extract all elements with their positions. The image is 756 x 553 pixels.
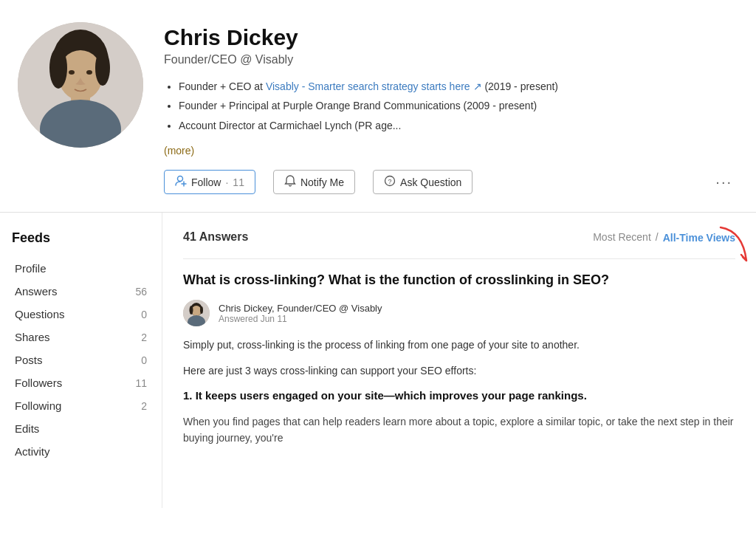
sidebar-link-answers[interactable]: Answers 56 bbox=[12, 281, 150, 302]
svg-point-6 bbox=[95, 50, 110, 86]
answer-card: What is cross-linking? What is the funct… bbox=[183, 258, 735, 446]
action-bar: Follow · 11 Notify Me bbox=[164, 170, 738, 194]
profile-bullets: Founder + CEO at Visably - Smarter searc… bbox=[164, 78, 738, 134]
sidebar-link-questions[interactable]: Questions 0 bbox=[12, 303, 150, 325]
bullet-3: Account Director at Carmichael Lynch (PR… bbox=[179, 117, 738, 134]
sidebar-link-posts[interactable]: Posts 0 bbox=[12, 349, 150, 371]
sidebar-count-followers: 11 bbox=[135, 377, 147, 389]
ask-label: Ask Question bbox=[400, 176, 461, 188]
svg-point-5 bbox=[49, 47, 67, 89]
sidebar-label-followers: Followers bbox=[15, 377, 62, 389]
notify-label: Notify Me bbox=[300, 176, 344, 188]
profile-name: Chris Dickey bbox=[164, 25, 738, 50]
answer-meta: Chris Dickey, Founder/CEO @ Visably Answ… bbox=[183, 300, 735, 326]
profile-info: Chris Dickey Founder/CEO @ Visably Found… bbox=[164, 22, 738, 194]
sidebar-label-questions: Questions bbox=[15, 308, 65, 320]
sidebar-count-shares: 2 bbox=[141, 332, 147, 343]
ask-button[interactable]: ? Ask Question bbox=[373, 170, 472, 194]
sidebar-item-profile[interactable]: Profile bbox=[12, 258, 150, 279]
svg-text:?: ? bbox=[388, 178, 392, 185]
follow-count: 11 bbox=[233, 176, 244, 188]
svg-point-7 bbox=[69, 70, 75, 75]
answer-question[interactable]: What is cross-linking? What is the funct… bbox=[183, 271, 735, 289]
sidebar-label-answers: Answers bbox=[15, 285, 58, 298]
sidebar: Feeds Profile Answers 56 Questions bbox=[0, 213, 162, 508]
sidebar-link-following[interactable]: Following 2 bbox=[12, 395, 150, 416]
divider-dot: · bbox=[225, 176, 228, 188]
sidebar-label-following: Following bbox=[15, 399, 61, 412]
visably-link[interactable]: Visably - Smarter search strategy starts… bbox=[266, 80, 482, 92]
sort-area: Most Recent / All-Time Views bbox=[593, 231, 735, 244]
follow-label: Follow bbox=[191, 176, 221, 188]
sidebar-count-posts: 0 bbox=[141, 354, 147, 366]
sidebar-label-profile: Profile bbox=[15, 262, 47, 275]
profile-header: Chris Dickey Founder/CEO @ Visably Found… bbox=[0, 0, 756, 212]
sidebar-link-profile[interactable]: Profile bbox=[12, 258, 150, 279]
sidebar-nav: Profile Answers 56 Questions 0 bbox=[12, 258, 150, 462]
answers-header: 41 Answers Most Recent / All-Time Views bbox=[183, 230, 735, 244]
sort-alltime-container: All-Time Views bbox=[663, 231, 735, 244]
follow-button[interactable]: Follow · 11 bbox=[164, 170, 255, 194]
sidebar-label-shares: Shares bbox=[15, 331, 50, 343]
sidebar-link-followers[interactable]: Followers 11 bbox=[12, 372, 150, 394]
sidebar-link-edits[interactable]: Edits bbox=[12, 418, 150, 439]
svg-point-9 bbox=[178, 176, 183, 182]
sort-alltime[interactable]: All-Time Views bbox=[663, 232, 735, 244]
notify-icon bbox=[284, 175, 296, 189]
page-wrapper: Chris Dickey Founder/CEO @ Visably Found… bbox=[0, 0, 756, 508]
sidebar-item-following[interactable]: Following 2 bbox=[12, 395, 150, 416]
avatar-container bbox=[18, 22, 143, 148]
answer-paragraph-3: When you find pages that can help reader… bbox=[183, 413, 735, 447]
sidebar-link-activity[interactable]: Activity bbox=[12, 441, 150, 462]
more-link[interactable]: (more) bbox=[164, 145, 194, 157]
sidebar-item-edits[interactable]: Edits bbox=[12, 418, 150, 439]
follow-icon bbox=[175, 175, 187, 189]
notify-button[interactable]: Notify Me bbox=[273, 170, 355, 194]
sidebar-count-following: 2 bbox=[141, 400, 147, 412]
sidebar-item-activity[interactable]: Activity bbox=[12, 441, 150, 462]
svg-point-19 bbox=[190, 306, 193, 315]
sidebar-item-posts[interactable]: Posts 0 bbox=[12, 349, 150, 371]
ask-icon: ? bbox=[384, 175, 396, 189]
answer-author-name: Chris Dickey, Founder/CEO @ Visably bbox=[219, 303, 382, 314]
avatar bbox=[18, 22, 143, 148]
answer-paragraph-2: Here are just 3 ways cross-linking can s… bbox=[183, 363, 735, 379]
sidebar-label-posts: Posts bbox=[15, 354, 43, 366]
sidebar-count-answers: 56 bbox=[135, 286, 147, 298]
profile-title: Founder/CEO @ Visably bbox=[164, 53, 738, 66]
sort-separator: / bbox=[656, 231, 659, 243]
more-options-button[interactable]: ··· bbox=[709, 171, 738, 193]
bullet-2: Founder + Principal at Purple Orange Bra… bbox=[179, 97, 738, 114]
sidebar-item-answers[interactable]: Answers 56 bbox=[12, 281, 150, 302]
sidebar-label-activity: Activity bbox=[15, 445, 50, 458]
content-area: 41 Answers Most Recent / All-Time Views … bbox=[162, 213, 756, 464]
sidebar-link-shares[interactable]: Shares 2 bbox=[12, 326, 150, 348]
svg-point-8 bbox=[86, 70, 92, 75]
sidebar-label-edits: Edits bbox=[15, 422, 39, 435]
answer-author-info: Chris Dickey, Founder/CEO @ Visably Answ… bbox=[219, 303, 382, 324]
sidebar-item-followers[interactable]: Followers 11 bbox=[12, 372, 150, 394]
answer-paragraph-1: Simply put, cross-linking is the process… bbox=[183, 337, 735, 353]
answer-date: Answered Jun 11 bbox=[219, 314, 382, 324]
sidebar-count-questions: 0 bbox=[141, 309, 147, 320]
answer-avatar bbox=[183, 300, 210, 326]
sort-most-recent[interactable]: Most Recent bbox=[593, 231, 651, 243]
answer-highlight: 1. It keeps users engaged on your site—w… bbox=[183, 388, 735, 405]
answers-count: 41 Answers bbox=[183, 230, 248, 244]
main-content: Feeds Profile Answers 56 Questions bbox=[0, 213, 756, 508]
svg-point-20 bbox=[200, 306, 203, 314]
bullet-1: Founder + CEO at Visably - Smarter searc… bbox=[179, 78, 738, 95]
sidebar-title: Feeds bbox=[12, 230, 150, 246]
sidebar-item-shares[interactable]: Shares 2 bbox=[12, 326, 150, 348]
sidebar-item-questions[interactable]: Questions 0 bbox=[12, 303, 150, 325]
